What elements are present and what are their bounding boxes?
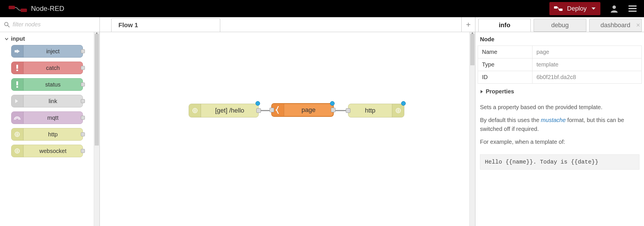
info-val-type: template — [532, 58, 642, 71]
svg-rect-11 — [16, 65, 18, 69]
node-label: [get] /hello — [201, 107, 258, 114]
info-val-id: 6b0f21bf.da2c8 — [532, 71, 642, 84]
info-key-type: Type — [478, 58, 532, 71]
palette-node-label: websocket — [24, 148, 83, 154]
scrollbar-thumb[interactable] — [470, 34, 475, 65]
node-output-port — [81, 66, 85, 70]
sidebar-tab-dashboard[interactable]: dashboard ✕ — [589, 19, 642, 32]
sidebar: info debug dashboard ✕ Node Name page Ty… — [475, 17, 644, 226]
info-properties-toggle[interactable]: Properties — [475, 84, 644, 98]
user-icon — [610, 5, 618, 13]
sidebar-tabs: info debug dashboard ✕ — [475, 17, 644, 32]
flow-canvas[interactable]: [get] /hello page http — [100, 32, 469, 226]
palette-node-websocket[interactable]: websocket — [11, 145, 83, 157]
chevron-right-icon — [480, 90, 483, 94]
node-output-port — [81, 149, 85, 153]
svg-rect-14 — [16, 86, 18, 88]
chevron-down-icon — [591, 7, 596, 10]
palette-node-status[interactable]: status — [11, 78, 83, 91]
canvas-node-http-response[interactable]: http — [348, 104, 404, 117]
info-section-node: Node — [475, 32, 644, 46]
canvas-scrollbar[interactable]: ▲ — [469, 32, 475, 226]
svg-rect-6 — [629, 8, 637, 9]
tab-label: dashboard — [600, 21, 630, 29]
sidebar-tab-info[interactable]: info — [478, 19, 531, 32]
palette-node-label: link — [24, 98, 83, 105]
filter-nodes-input[interactable] — [13, 21, 95, 28]
inject-icon — [11, 45, 24, 57]
chevron-down-icon — [5, 37, 9, 41]
palette-scrollbar[interactable]: ▲ — [94, 32, 99, 226]
svg-line-9 — [8, 25, 9, 27]
node-changed-indicator — [330, 101, 335, 106]
palette-node-inject[interactable]: inject — [11, 45, 83, 58]
palette-category-label: input — [11, 36, 25, 42]
palette-node-label: inject — [24, 48, 83, 55]
globe-icon — [11, 128, 24, 140]
sidebar-tab-debug[interactable]: debug — [534, 19, 586, 32]
palette-node-mqtt[interactable]: mqtt — [11, 111, 83, 124]
node-output-port[interactable] — [256, 108, 261, 113]
node-info-table: Name page Type template ID 6b0f21bf.da2c… — [478, 46, 642, 84]
node-output-port — [81, 116, 85, 120]
svg-rect-12 — [16, 70, 18, 71]
info-key-id: ID — [478, 71, 532, 84]
sidebar-body: Node Name page Type template ID 6b0f21bf… — [475, 32, 644, 226]
node-changed-indicator — [255, 101, 260, 106]
menu-button[interactable] — [627, 3, 638, 14]
help-paragraph: Sets a property based on the provided te… — [480, 103, 639, 112]
palette-filter — [0, 17, 99, 32]
flow-tab[interactable]: Flow 1 — [111, 18, 220, 32]
node-label: page — [284, 106, 333, 114]
tab-label: info — [499, 21, 510, 29]
close-icon[interactable]: ✕ — [636, 22, 640, 28]
add-flow-button[interactable]: + — [461, 17, 475, 32]
flow-tab-label: Flow 1 — [118, 21, 138, 29]
svg-rect-7 — [629, 11, 637, 12]
link-icon — [11, 95, 24, 107]
node-output-port — [81, 82, 85, 87]
palette-node-catch[interactable]: catch — [11, 62, 83, 74]
tab-label: debug — [551, 21, 569, 29]
plus-icon: + — [466, 20, 471, 29]
node-help-text: Sets a property based on the provided te… — [475, 98, 644, 152]
node-changed-indicator — [401, 101, 406, 106]
nodered-logo-icon — [9, 5, 27, 13]
table-row: Type template — [478, 58, 642, 71]
svg-rect-13 — [16, 81, 18, 85]
node-output-port — [81, 49, 85, 53]
workspace: Flow 1 + [get] /hello — [100, 17, 475, 226]
svg-rect-0 — [9, 6, 15, 9]
canvas-node-http-in[interactable]: [get] /hello — [189, 104, 259, 117]
bridge-icon — [11, 112, 24, 124]
palette-node-http[interactable]: http — [11, 128, 83, 141]
palette-node-label: catch — [24, 65, 83, 71]
svg-rect-1 — [21, 9, 27, 12]
table-row: ID 6b0f21bf.da2c8 — [478, 71, 642, 84]
deploy-button[interactable]: Deploy — [549, 2, 600, 15]
scrollbar-thumb[interactable] — [95, 34, 99, 146]
search-icon — [4, 22, 10, 27]
node-output-port — [81, 132, 85, 136]
globe-icon — [189, 104, 201, 117]
app-logo: Node-RED — [9, 5, 64, 13]
mustache-link[interactable]: mustache — [541, 117, 566, 123]
hamburger-icon — [629, 5, 637, 12]
globe-icon — [392, 104, 404, 117]
palette-node-label: status — [24, 81, 83, 88]
node-palette: input inject catch — [0, 17, 100, 226]
alert-icon — [11, 78, 24, 91]
info-key-name: Name — [478, 46, 532, 58]
node-input-port[interactable] — [346, 108, 350, 113]
node-input-port[interactable] — [270, 108, 274, 112]
palette-node-link[interactable]: link — [11, 95, 83, 107]
alert-icon — [11, 62, 24, 74]
app-name: Node-RED — [31, 5, 64, 13]
palette-category-input[interactable]: input — [3, 34, 90, 45]
svg-rect-2 — [554, 6, 557, 9]
node-output-port — [81, 99, 85, 103]
canvas-node-template[interactable]: page — [271, 103, 334, 117]
node-output-port[interactable] — [331, 108, 335, 112]
table-row: Name page — [478, 46, 642, 58]
user-button[interactable] — [608, 3, 620, 14]
